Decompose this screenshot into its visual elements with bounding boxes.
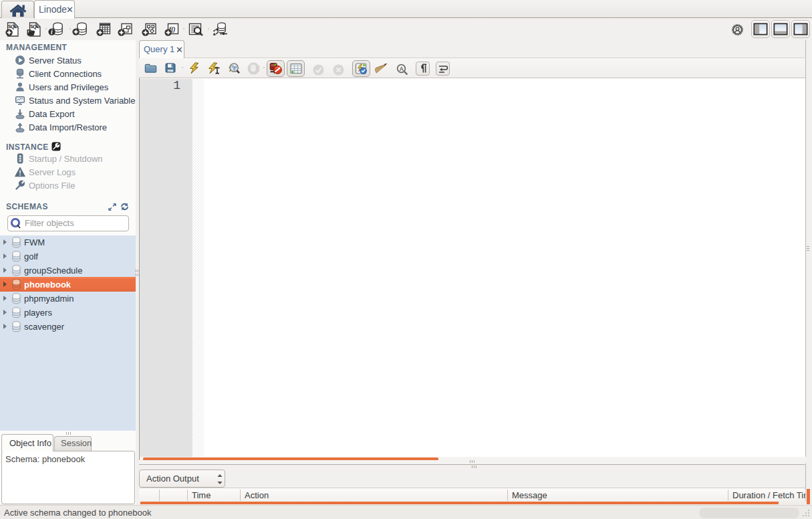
svg-text:SQL: SQL bbox=[8, 24, 18, 29]
svg-text:A: A bbox=[400, 66, 404, 72]
svg-text:i: i bbox=[51, 29, 53, 35]
svg-text:SQL: SQL bbox=[30, 24, 40, 29]
